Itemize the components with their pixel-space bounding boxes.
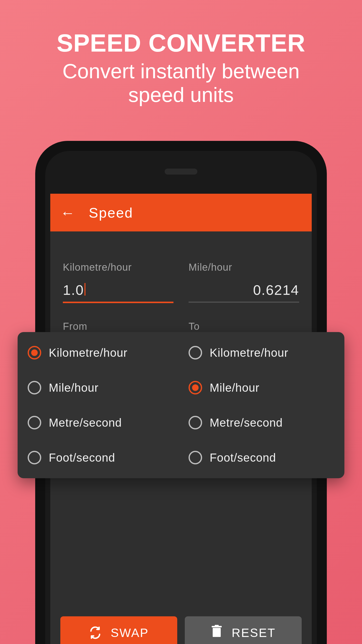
swap-label: SWAP (111, 626, 149, 640)
to-radio-mps[interactable]: Metre/second (189, 416, 334, 429)
radio-icon (189, 346, 202, 359)
phone-earpiece (165, 169, 197, 175)
reset-button[interactable]: RESET (185, 616, 302, 644)
to-unit-label: Mile/hour (189, 262, 299, 273)
to-radio-mph[interactable]: Mile/hour (189, 381, 334, 394)
promo-header: SPEED CONVERTER Convert instantly betwee… (0, 0, 362, 107)
promo-subtitle: Convert instantly between speed units (0, 59, 362, 107)
unit-selector-panel: Kilometre/hour Mile/hour Metre/second Fo… (18, 332, 344, 478)
from-section-label: From (63, 321, 173, 332)
swap-button[interactable]: SWAP (60, 616, 177, 644)
from-field: Kilometre/hour 1.0 (63, 262, 173, 303)
to-radio-fps[interactable]: Foot/second (189, 451, 334, 464)
from-unit-label: Kilometre/hour (63, 262, 173, 273)
radio-icon (189, 416, 202, 429)
back-arrow-icon[interactable]: ← (60, 204, 75, 221)
promo-title: SPEED CONVERTER (0, 29, 362, 57)
app-bar: ← Speed (50, 194, 312, 231)
reset-label: RESET (232, 626, 276, 640)
from-unit-list: Kilometre/hour Mile/hour Metre/second Fo… (28, 346, 173, 464)
trash-icon (211, 625, 223, 641)
from-radio-fps[interactable]: Foot/second (28, 451, 173, 464)
from-value-input[interactable]: 1.0 (63, 282, 173, 303)
from-radio-kmh[interactable]: Kilometre/hour (28, 346, 173, 359)
from-radio-mps[interactable]: Metre/second (28, 416, 173, 429)
svg-rect-2 (215, 625, 219, 626)
radio-icon (28, 451, 41, 464)
to-field: Mile/hour 0.6214 (189, 262, 299, 303)
to-value-output: 0.6214 (189, 282, 299, 303)
to-section-label: To (189, 321, 299, 332)
swap-icon (89, 626, 102, 639)
button-row: SWAP RESET (50, 616, 312, 644)
to-radio-kmh[interactable]: Kilometre/hour (189, 346, 334, 359)
radio-icon (28, 416, 41, 429)
radio-icon (189, 451, 202, 464)
svg-rect-0 (213, 628, 221, 637)
radio-icon (28, 346, 41, 359)
from-radio-mph[interactable]: Mile/hour (28, 381, 173, 394)
radio-icon (189, 381, 202, 394)
radio-icon (28, 381, 41, 394)
to-unit-list: Kilometre/hour Mile/hour Metre/second Fo… (189, 346, 334, 464)
input-row: Kilometre/hour 1.0 Mile/hour 0.6214 (50, 231, 312, 303)
app-title: Speed (89, 205, 133, 221)
